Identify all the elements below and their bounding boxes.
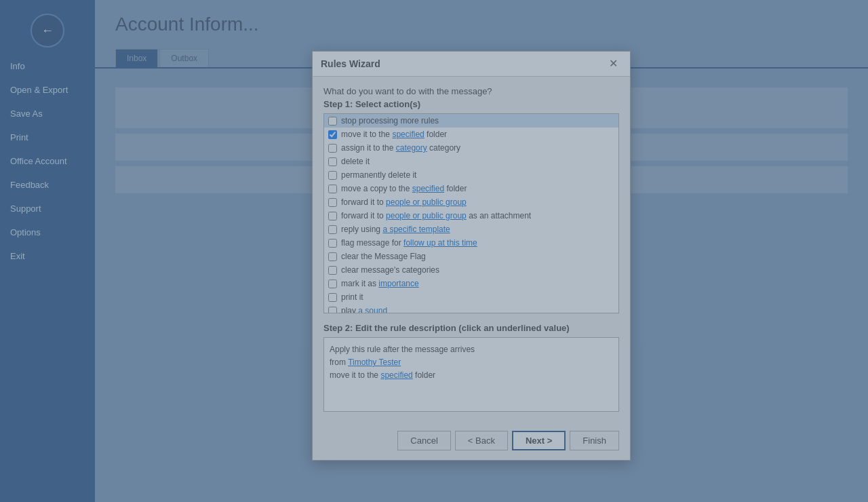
- modal-overlay: [0, 0, 868, 502]
